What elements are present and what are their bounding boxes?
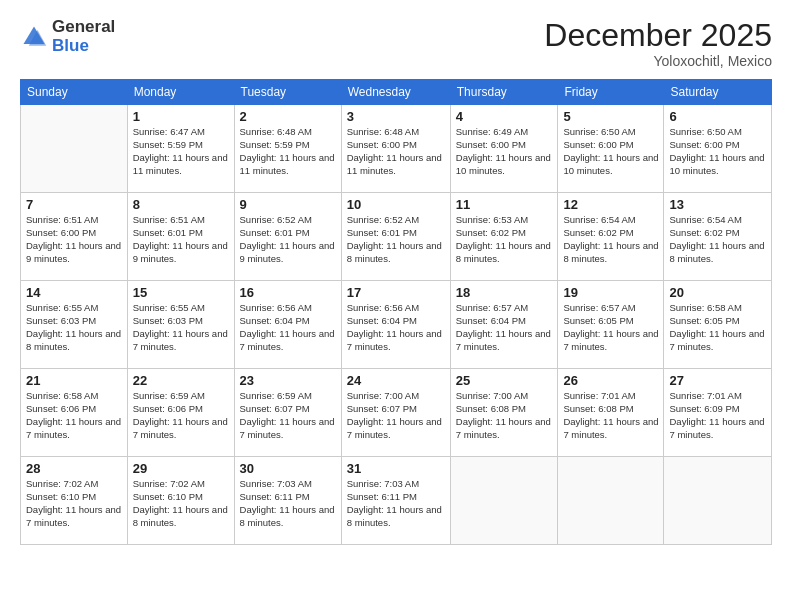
calendar-cell: 30Sunrise: 7:03 AM Sunset: 6:11 PM Dayli… bbox=[234, 457, 341, 545]
day-info: Sunrise: 6:58 AM Sunset: 6:06 PM Dayligh… bbox=[26, 390, 122, 441]
day-info: Sunrise: 7:01 AM Sunset: 6:09 PM Dayligh… bbox=[669, 390, 766, 441]
header: General Blue December 2025 Yoloxochitl, … bbox=[20, 18, 772, 69]
day-info: Sunrise: 6:56 AM Sunset: 6:04 PM Dayligh… bbox=[347, 302, 445, 353]
day-info: Sunrise: 6:50 AM Sunset: 6:00 PM Dayligh… bbox=[669, 126, 766, 177]
calendar-cell: 14Sunrise: 6:55 AM Sunset: 6:03 PM Dayli… bbox=[21, 281, 128, 369]
calendar-cell: 18Sunrise: 6:57 AM Sunset: 6:04 PM Dayli… bbox=[450, 281, 558, 369]
day-number: 15 bbox=[133, 285, 229, 300]
col-sunday: Sunday bbox=[21, 80, 128, 105]
calendar-week-2: 7Sunrise: 6:51 AM Sunset: 6:00 PM Daylig… bbox=[21, 193, 772, 281]
day-number: 12 bbox=[563, 197, 658, 212]
day-info: Sunrise: 7:01 AM Sunset: 6:08 PM Dayligh… bbox=[563, 390, 658, 441]
day-info: Sunrise: 6:48 AM Sunset: 6:00 PM Dayligh… bbox=[347, 126, 445, 177]
calendar-cell: 7Sunrise: 6:51 AM Sunset: 6:00 PM Daylig… bbox=[21, 193, 128, 281]
calendar-week-5: 28Sunrise: 7:02 AM Sunset: 6:10 PM Dayli… bbox=[21, 457, 772, 545]
day-number: 7 bbox=[26, 197, 122, 212]
calendar-cell: 24Sunrise: 7:00 AM Sunset: 6:07 PM Dayli… bbox=[341, 369, 450, 457]
day-info: Sunrise: 6:48 AM Sunset: 5:59 PM Dayligh… bbox=[240, 126, 336, 177]
day-info: Sunrise: 7:00 AM Sunset: 6:07 PM Dayligh… bbox=[347, 390, 445, 441]
calendar-cell: 9Sunrise: 6:52 AM Sunset: 6:01 PM Daylig… bbox=[234, 193, 341, 281]
calendar-cell bbox=[450, 457, 558, 545]
calendar-cell: 6Sunrise: 6:50 AM Sunset: 6:00 PM Daylig… bbox=[664, 105, 772, 193]
calendar-cell: 3Sunrise: 6:48 AM Sunset: 6:00 PM Daylig… bbox=[341, 105, 450, 193]
day-number: 5 bbox=[563, 109, 658, 124]
day-number: 22 bbox=[133, 373, 229, 388]
day-number: 19 bbox=[563, 285, 658, 300]
day-number: 13 bbox=[669, 197, 766, 212]
day-number: 6 bbox=[669, 109, 766, 124]
title-block: December 2025 Yoloxochitl, Mexico bbox=[544, 18, 772, 69]
calendar-cell: 27Sunrise: 7:01 AM Sunset: 6:09 PM Dayli… bbox=[664, 369, 772, 457]
day-number: 27 bbox=[669, 373, 766, 388]
day-number: 3 bbox=[347, 109, 445, 124]
logo: General Blue bbox=[20, 18, 115, 55]
day-info: Sunrise: 6:53 AM Sunset: 6:02 PM Dayligh… bbox=[456, 214, 553, 265]
day-number: 2 bbox=[240, 109, 336, 124]
day-info: Sunrise: 6:47 AM Sunset: 5:59 PM Dayligh… bbox=[133, 126, 229, 177]
calendar-cell: 29Sunrise: 7:02 AM Sunset: 6:10 PM Dayli… bbox=[127, 457, 234, 545]
logo-general: General bbox=[52, 18, 115, 37]
day-number: 14 bbox=[26, 285, 122, 300]
page: General Blue December 2025 Yoloxochitl, … bbox=[0, 0, 792, 612]
day-number: 17 bbox=[347, 285, 445, 300]
day-number: 30 bbox=[240, 461, 336, 476]
calendar-week-1: 1Sunrise: 6:47 AM Sunset: 5:59 PM Daylig… bbox=[21, 105, 772, 193]
calendar-cell: 12Sunrise: 6:54 AM Sunset: 6:02 PM Dayli… bbox=[558, 193, 664, 281]
col-monday: Monday bbox=[127, 80, 234, 105]
logo-text: General Blue bbox=[52, 18, 115, 55]
day-info: Sunrise: 6:55 AM Sunset: 6:03 PM Dayligh… bbox=[133, 302, 229, 353]
calendar-cell: 15Sunrise: 6:55 AM Sunset: 6:03 PM Dayli… bbox=[127, 281, 234, 369]
calendar-cell: 21Sunrise: 6:58 AM Sunset: 6:06 PM Dayli… bbox=[21, 369, 128, 457]
day-info: Sunrise: 7:02 AM Sunset: 6:10 PM Dayligh… bbox=[26, 478, 122, 529]
day-number: 20 bbox=[669, 285, 766, 300]
calendar-cell: 22Sunrise: 6:59 AM Sunset: 6:06 PM Dayli… bbox=[127, 369, 234, 457]
calendar-cell: 20Sunrise: 6:58 AM Sunset: 6:05 PM Dayli… bbox=[664, 281, 772, 369]
day-number: 11 bbox=[456, 197, 553, 212]
day-info: Sunrise: 7:02 AM Sunset: 6:10 PM Dayligh… bbox=[133, 478, 229, 529]
calendar-cell: 2Sunrise: 6:48 AM Sunset: 5:59 PM Daylig… bbox=[234, 105, 341, 193]
day-info: Sunrise: 6:57 AM Sunset: 6:05 PM Dayligh… bbox=[563, 302, 658, 353]
day-number: 10 bbox=[347, 197, 445, 212]
calendar-cell: 26Sunrise: 7:01 AM Sunset: 6:08 PM Dayli… bbox=[558, 369, 664, 457]
calendar-cell: 10Sunrise: 6:52 AM Sunset: 6:01 PM Dayli… bbox=[341, 193, 450, 281]
day-number: 4 bbox=[456, 109, 553, 124]
location: Yoloxochitl, Mexico bbox=[544, 53, 772, 69]
col-wednesday: Wednesday bbox=[341, 80, 450, 105]
day-info: Sunrise: 6:51 AM Sunset: 6:00 PM Dayligh… bbox=[26, 214, 122, 265]
day-info: Sunrise: 6:54 AM Sunset: 6:02 PM Dayligh… bbox=[563, 214, 658, 265]
calendar-cell: 11Sunrise: 6:53 AM Sunset: 6:02 PM Dayli… bbox=[450, 193, 558, 281]
day-number: 21 bbox=[26, 373, 122, 388]
calendar-cell: 8Sunrise: 6:51 AM Sunset: 6:01 PM Daylig… bbox=[127, 193, 234, 281]
day-number: 29 bbox=[133, 461, 229, 476]
month-title: December 2025 bbox=[544, 18, 772, 53]
calendar-cell: 17Sunrise: 6:56 AM Sunset: 6:04 PM Dayli… bbox=[341, 281, 450, 369]
calendar-cell: 5Sunrise: 6:50 AM Sunset: 6:00 PM Daylig… bbox=[558, 105, 664, 193]
calendar-cell: 4Sunrise: 6:49 AM Sunset: 6:00 PM Daylig… bbox=[450, 105, 558, 193]
calendar-cell bbox=[558, 457, 664, 545]
day-info: Sunrise: 6:55 AM Sunset: 6:03 PM Dayligh… bbox=[26, 302, 122, 353]
day-info: Sunrise: 6:51 AM Sunset: 6:01 PM Dayligh… bbox=[133, 214, 229, 265]
day-info: Sunrise: 6:59 AM Sunset: 6:07 PM Dayligh… bbox=[240, 390, 336, 441]
day-number: 23 bbox=[240, 373, 336, 388]
calendar-cell: 28Sunrise: 7:02 AM Sunset: 6:10 PM Dayli… bbox=[21, 457, 128, 545]
day-info: Sunrise: 6:59 AM Sunset: 6:06 PM Dayligh… bbox=[133, 390, 229, 441]
logo-blue: Blue bbox=[52, 37, 115, 56]
day-info: Sunrise: 6:52 AM Sunset: 6:01 PM Dayligh… bbox=[240, 214, 336, 265]
calendar-week-3: 14Sunrise: 6:55 AM Sunset: 6:03 PM Dayli… bbox=[21, 281, 772, 369]
day-number: 28 bbox=[26, 461, 122, 476]
day-number: 24 bbox=[347, 373, 445, 388]
calendar: Sunday Monday Tuesday Wednesday Thursday… bbox=[20, 79, 772, 545]
day-info: Sunrise: 6:56 AM Sunset: 6:04 PM Dayligh… bbox=[240, 302, 336, 353]
calendar-cell: 19Sunrise: 6:57 AM Sunset: 6:05 PM Dayli… bbox=[558, 281, 664, 369]
day-number: 26 bbox=[563, 373, 658, 388]
calendar-cell: 31Sunrise: 7:03 AM Sunset: 6:11 PM Dayli… bbox=[341, 457, 450, 545]
col-friday: Friday bbox=[558, 80, 664, 105]
day-info: Sunrise: 6:54 AM Sunset: 6:02 PM Dayligh… bbox=[669, 214, 766, 265]
day-info: Sunrise: 6:52 AM Sunset: 6:01 PM Dayligh… bbox=[347, 214, 445, 265]
day-number: 18 bbox=[456, 285, 553, 300]
calendar-body: 1Sunrise: 6:47 AM Sunset: 5:59 PM Daylig… bbox=[21, 105, 772, 545]
col-tuesday: Tuesday bbox=[234, 80, 341, 105]
calendar-week-4: 21Sunrise: 6:58 AM Sunset: 6:06 PM Dayli… bbox=[21, 369, 772, 457]
day-info: Sunrise: 7:03 AM Sunset: 6:11 PM Dayligh… bbox=[347, 478, 445, 529]
col-thursday: Thursday bbox=[450, 80, 558, 105]
